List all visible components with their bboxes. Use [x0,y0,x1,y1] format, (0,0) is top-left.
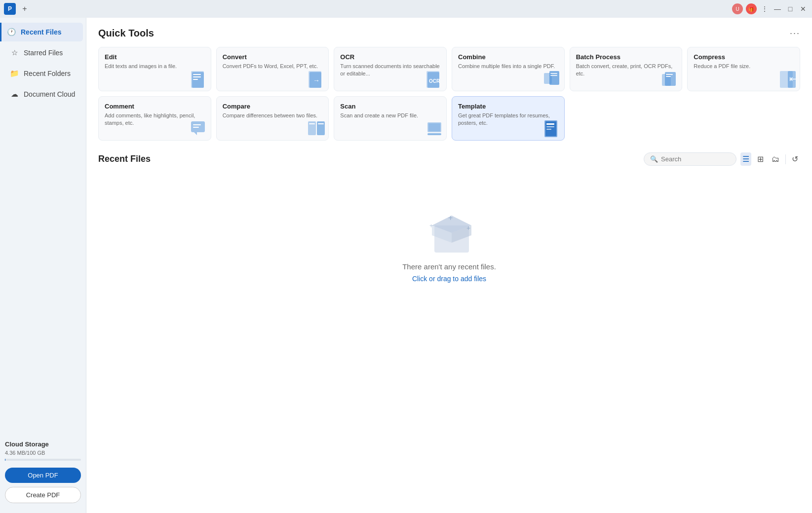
cloud-storage-amount: 4.36 MB/100 GB [5,450,81,456]
tool-card-combine[interactable]: Combine Combine multiple files into a si… [452,47,565,91]
svg-rect-35 [546,123,554,125]
svg-rect-29 [318,123,324,124]
svg-rect-17 [666,74,673,75]
title-bar-right: U 🎁 ⋮ — □ ✕ [732,3,808,14]
svg-text:+: + [466,224,470,232]
tool-comment-title: Comment [105,103,205,110]
svg-rect-18 [666,76,671,77]
svg-rect-31 [428,123,440,131]
minimize-button[interactable]: — [773,4,782,14]
compress-icon: ⇤ [779,70,797,88]
svg-text:⇤: ⇤ [789,74,797,84]
sidebar-item-starred-files[interactable]: ☆ Starred Files [3,43,83,62]
content-area: Quick Tools ··· Edit Edit texts and imag… [86,18,812,513]
more-menu-button[interactable]: ⋮ [760,4,770,14]
sidebar-item-recent-folders[interactable]: 📁 Recent Folders [3,64,83,83]
placeholder-col5 [570,96,683,141]
quick-tools-header: Quick Tools ··· [98,28,800,39]
quick-tools-title: Quick Tools [98,28,154,39]
cloud-storage-label: Cloud Storage [5,440,81,448]
sidebar-bottom: Cloud Storage 4.36 MB/100 GB Open PDF Cr… [0,435,86,509]
tool-convert-desc: Convert PDFs to Word, Excel, PPT, etc. [223,63,323,70]
tool-scan-title: Scan [340,103,440,110]
search-input[interactable] [661,155,730,163]
svg-rect-37 [546,129,551,130]
svg-rect-32 [427,133,441,135]
tool-card-compress[interactable]: Compress Reduce a PDF file size. ⇤ [687,47,800,91]
sidebar: 🕐 Recent Files ☆ Starred Files 📁 Recent … [0,18,86,513]
svg-rect-24 [193,124,201,125]
maximize-button[interactable]: □ [785,4,795,14]
tool-compare-title: Compare [223,103,323,110]
sidebar-item-label: Recent Files [21,28,61,36]
recent-files-icon: 🕐 [7,28,16,37]
tool-combine-title: Combine [458,53,558,61]
placeholder-col6 [687,96,800,141]
svg-rect-14 [550,75,557,76]
svg-rect-2 [193,74,201,75]
sidebar-item-label: Recent Folders [24,70,71,77]
tools-grid-row1: Edit Edit texts and images in a file. Co… [98,47,800,91]
recent-folders-icon: 📁 [10,69,19,78]
list-view-button[interactable]: ☰ [740,152,751,166]
add-tab-button[interactable]: + [20,4,30,14]
svg-rect-13 [550,73,557,74]
svg-rect-36 [546,126,554,127]
card-view-button[interactable]: 🗂 [770,153,781,166]
tool-template-title: Template [458,103,558,110]
batch-icon [661,70,679,88]
view-divider [785,154,786,164]
empty-state-message: There aren't any recent files. [402,262,496,271]
click-or-drag-link[interactable]: Click or drag [412,275,451,283]
tool-card-batch-process[interactable]: Batch Process Batch convert, create, pri… [570,47,683,91]
sidebar-item-label: Document Cloud [24,90,75,98]
svg-rect-3 [193,76,201,77]
recent-files-header: Recent Files 🔍 ☰ ⊞ 🗂 ↺ [98,152,800,166]
app-icon: P [4,3,16,15]
recent-files-title: Recent Files [98,154,151,164]
quick-tools-more-button[interactable]: ··· [790,28,800,38]
refresh-button[interactable]: ↺ [790,152,800,166]
search-icon: 🔍 [650,155,658,163]
tool-card-ocr[interactable]: OCR Turn scanned documents into searchab… [334,47,447,91]
search-box: 🔍 [644,152,736,166]
tool-card-comment[interactable]: Comment Add comments, like highlights, p… [98,96,211,141]
tool-scan-desc: Scan and create a new PDF file. [340,112,440,119]
ocr-icon: OCR [425,70,443,88]
tool-card-edit[interactable]: Edit Edit texts and images in a file. [98,47,211,91]
svg-text:OCR: OCR [429,78,440,84]
tool-card-compare[interactable]: Compare Compare differences between two … [216,96,329,141]
compare-icon [308,119,325,137]
avatar-2: 🎁 [746,3,757,14]
close-button[interactable]: ✕ [798,4,808,14]
tool-card-template[interactable]: Template Get great PDF templates for res… [452,96,565,141]
sidebar-item-document-cloud[interactable]: ☁ Document Cloud [3,85,83,104]
recent-files-controls: 🔍 ☰ ⊞ 🗂 ↺ [644,152,800,166]
template-icon [543,119,561,137]
tool-card-convert[interactable]: Convert Convert PDFs to Word, Excel, PPT… [216,47,329,91]
create-pdf-button[interactable]: Create PDF [5,487,81,503]
combine-icon [543,70,561,88]
tool-edit-title: Edit [105,53,205,61]
sidebar-item-recent-files[interactable]: 🕐 Recent Files [0,23,83,41]
main-area: 🕐 Recent Files ☆ Starred Files 📁 Recent … [0,18,812,513]
sidebar-item-label: Starred Files [24,49,63,57]
scan-icon [425,119,443,137]
grid-view-button[interactable]: ⊞ [755,152,766,166]
svg-rect-28 [309,123,315,124]
open-pdf-button[interactable]: Open PDF [5,468,81,483]
tools-grid-row2: Comment Add comments, like highlights, p… [98,96,800,141]
avatar-1: U [732,3,743,14]
empty-state-link: Click or drag to add files [412,275,486,283]
storage-bar-fill [5,459,5,461]
convert-icon: → [308,70,325,88]
title-bar-left: P + [4,3,30,15]
storage-bar [5,459,81,461]
svg-rect-4 [193,79,198,80]
add-files-text: to add files [451,275,486,283]
svg-text:+: + [448,214,453,222]
svg-marker-23 [194,132,197,135]
tool-card-scan[interactable]: Scan Scan and create a new PDF file. [334,96,447,141]
tool-convert-title: Convert [223,53,323,61]
tool-compress-desc: Reduce a PDF file size. [694,63,794,70]
